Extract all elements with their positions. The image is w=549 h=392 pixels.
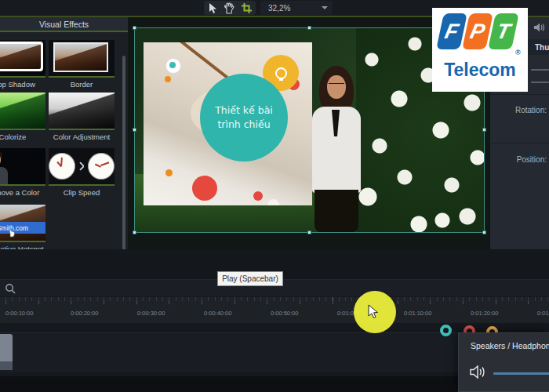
color-adjustment-thumbnail <box>49 93 115 130</box>
slide-dot <box>253 191 263 201</box>
scale-slider[interactable] <box>531 69 549 71</box>
position-label: Position: <box>517 155 547 164</box>
crop-tool-icon[interactable] <box>241 2 253 14</box>
selection-handle-se[interactable] <box>482 230 486 234</box>
volume-slider[interactable] <box>493 372 549 375</box>
panel-divider <box>490 94 549 95</box>
ruler-label: 0:00:10:00 <box>5 310 33 317</box>
colorize-thumbnail <box>0 93 45 130</box>
effect-tile-drop-shadow[interactable]: Drop Shadow <box>0 40 45 89</box>
effect-label: Colorize <box>0 132 45 141</box>
slide-title-line2: trình chiếu <box>217 118 270 132</box>
audio-popup-title: Speakers / Headphones <box>471 341 549 350</box>
ruler-label: 0:00:20:00 <box>71 310 98 317</box>
properties-tab-label: Thu <box>535 43 549 52</box>
registered-mark: ® <box>515 49 521 56</box>
slide-dot <box>169 62 176 68</box>
clock-icon <box>88 153 115 180</box>
slide-overlay: Thiết kế bài trình chiếu <box>144 42 312 205</box>
slide-dot <box>165 169 173 176</box>
zoom-level-value: 32,2% <box>268 4 290 13</box>
chevron-right-icon <box>79 162 85 171</box>
selection-handle-sw[interactable] <box>133 230 136 234</box>
zoom-level-dropdown[interactable]: 32,2% <box>260 1 333 15</box>
logo-subtitle: Telecom <box>432 60 528 81</box>
audio-device-popup: Speakers / Headphones <box>458 332 549 392</box>
lightbulb-icon <box>275 67 287 79</box>
effect-tile-interactive-hotspot[interactable]: Smith.com Interactive Hotspot <box>0 205 45 249</box>
selection-handle-nw[interactable] <box>133 26 136 30</box>
ruler-label: 0:01:30:00 <box>537 310 549 317</box>
play-tooltip: Play (Spacebar) <box>217 271 283 286</box>
border-thumbnail <box>49 40 115 78</box>
select-tool-icon[interactable] <box>207 2 218 14</box>
effect-tile-color-adjustment[interactable]: Color Adjustment <box>49 93 115 141</box>
effects-scrollbar[interactable] <box>122 56 125 249</box>
slide-title-line1: Thiết kế bài <box>215 103 273 118</box>
hand-cursor-icon <box>8 228 16 238</box>
speaker-icon[interactable] <box>533 22 546 33</box>
effect-tile-colorize[interactable]: Colorize <box>0 93 45 141</box>
chevron-down-icon <box>322 6 328 9</box>
selection-handle-n[interactable] <box>307 26 311 30</box>
fpt-telecom-logo: F P T ® Telecom <box>432 8 528 92</box>
hotspot-banner: Smith.com <box>0 222 45 234</box>
magnifier-icon[interactable] <box>5 283 16 294</box>
clip-speed-thumbnail <box>49 148 115 186</box>
media-icon-teal[interactable] <box>440 325 452 336</box>
clip-fragment[interactable] <box>0 334 13 370</box>
slide-title-circle: Thiết kế bài trình chiếu <box>200 74 288 162</box>
rotation-label: Rotation: <box>515 106 547 114</box>
ruler-label: 0:00:30:00 <box>137 310 165 317</box>
effect-label: Clip Speed <box>49 188 115 197</box>
pencil-graphic <box>173 42 231 81</box>
effect-label: Border <box>49 80 115 89</box>
slide-dot <box>192 176 217 201</box>
effect-tile-remove-a-color[interactable]: Remove a Color <box>0 148 45 197</box>
opacity-slider[interactable] <box>531 82 549 83</box>
play-tooltip-text: Play (Spacebar) <box>222 274 278 283</box>
drop-shadow-thumbnail <box>0 40 45 78</box>
ruler-label: 0:01:20:00 <box>471 310 498 317</box>
pan-hand-icon[interactable] <box>224 2 235 14</box>
slide-dot <box>165 76 171 82</box>
fpt-letter-t: T <box>488 13 519 49</box>
visual-effects-panel: Visual Effects Drop Shadow Border Colori… <box>0 17 129 249</box>
effect-label: Remove a Color <box>0 188 45 197</box>
ruler-label: 0:00:50:00 <box>271 310 298 317</box>
speaker-volume-icon[interactable] <box>470 365 487 379</box>
panel-title: Visual Effects <box>39 20 89 29</box>
mouse-cursor <box>368 304 380 319</box>
canvas-tool-group <box>204 1 256 15</box>
visual-effects-header: Visual Effects <box>0 17 128 32</box>
selection-handle-e[interactable] <box>482 128 486 132</box>
effect-label: Color Adjustment <box>49 132 115 141</box>
camtasia-editor: { "toolbar": { "zoom_level": "32,2%" }, … <box>0 0 549 392</box>
ruler-label: 0:01:10:00 <box>404 310 431 317</box>
timeline-ruler[interactable]: 0:00:10:00 0:00:20:00 0:00:30:00 0:00:40… <box>0 296 549 324</box>
selection-handle-s[interactable] <box>307 230 311 234</box>
remove-a-color-thumbnail <box>0 148 45 186</box>
effect-tile-border[interactable]: Border <box>49 40 115 89</box>
clock-icon <box>49 153 75 180</box>
slide-dot <box>267 199 279 205</box>
panel-divider <box>490 143 549 143</box>
selection-handle-w[interactable] <box>133 128 136 132</box>
interactive-hotspot-thumbnail: Smith.com <box>0 205 45 242</box>
ruler-label: 0:00:40:00 <box>204 310 231 317</box>
effect-label: Drop Shadow <box>0 80 45 89</box>
ruler-minor-ticks <box>0 297 549 301</box>
fpt-letters: F P T <box>440 13 515 49</box>
effect-tile-clip-speed[interactable]: Clip Speed <box>49 148 115 197</box>
